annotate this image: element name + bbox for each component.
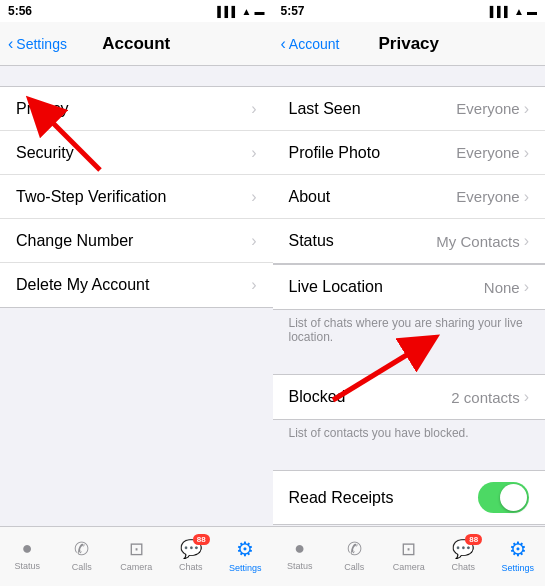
live-location-label: Live Location xyxy=(289,278,484,296)
change-number-row[interactable]: Change Number › xyxy=(0,219,273,263)
back-label-left: Settings xyxy=(16,36,67,52)
last-seen-value: Everyone xyxy=(456,100,519,117)
blocked-label: Blocked xyxy=(289,388,452,406)
security-label: Security xyxy=(16,144,251,162)
live-location-row[interactable]: Live Location None › xyxy=(273,265,546,309)
settings-tab-label-right: Settings xyxy=(501,563,534,573)
read-receipts-row[interactable]: Read Receipts xyxy=(273,471,546,524)
last-seen-chevron: › xyxy=(524,100,529,118)
blocked-value: 2 contacts xyxy=(451,389,519,406)
chats-tab-icon-left: 💬 88 xyxy=(180,538,202,560)
tab-bar-left: ● Status ✆ Calls ⊡ Camera 💬 88 Chats ⚙ S… xyxy=(0,526,273,586)
about-chevron: › xyxy=(524,188,529,206)
nav-title-left: Account xyxy=(102,34,170,54)
status-icons-left: ▌▌▌ ▲ ▬ xyxy=(217,6,264,17)
security-row[interactable]: Security › xyxy=(0,131,273,175)
camera-tab-icon-left: ⊡ xyxy=(129,538,144,560)
last-seen-label: Last Seen xyxy=(289,100,457,118)
settings-tab-label-left: Settings xyxy=(229,563,262,573)
read-receipts-label: Read Receipts xyxy=(289,489,479,507)
camera-tab-label-right: Camera xyxy=(393,562,425,572)
live-location-section: Live Location None › List of chats where… xyxy=(273,264,546,354)
blocked-chevron: › xyxy=(524,388,529,406)
back-label-right: Account xyxy=(289,36,340,52)
settings-tab-icon-left: ⚙ xyxy=(236,537,254,561)
two-step-row[interactable]: Two-Step Verification › xyxy=(0,175,273,219)
calls-tab-icon-left: ✆ xyxy=(74,538,89,560)
about-value: Everyone xyxy=(456,188,519,205)
privacy-row[interactable]: Privacy › xyxy=(0,87,273,131)
nav-bar-left: ‹ Settings Account xyxy=(0,22,273,66)
security-chevron: › xyxy=(251,144,256,162)
live-location-note: List of chats where you are sharing your… xyxy=(273,310,546,354)
tab-settings-left[interactable]: ⚙ Settings xyxy=(218,537,273,573)
nav-title-right: Privacy xyxy=(379,34,440,54)
account-settings-group: Privacy › Security › Two-Step Verificati… xyxy=(0,86,273,308)
chats-tab-label-right: Chats xyxy=(451,562,475,572)
two-step-label: Two-Step Verification xyxy=(16,188,251,206)
status-value: My Contacts xyxy=(436,233,519,250)
signal-icon: ▌▌▌ xyxy=(217,6,238,17)
back-chevron-left: ‹ xyxy=(8,35,13,53)
status-chevron: › xyxy=(524,232,529,250)
tab-chats-left[interactable]: 💬 88 Chats xyxy=(164,538,219,572)
profile-photo-label: Profile Photo xyxy=(289,144,457,162)
blocked-row[interactable]: Blocked 2 contacts › xyxy=(273,375,546,419)
tab-calls-right[interactable]: ✆ Calls xyxy=(327,538,382,572)
last-seen-row[interactable]: Last Seen Everyone › xyxy=(273,87,546,131)
time-right: 5:57 xyxy=(281,4,305,18)
status-tab-icon-left: ● xyxy=(22,538,33,559)
delete-account-chevron: › xyxy=(251,276,256,294)
change-number-chevron: › xyxy=(251,232,256,250)
profile-photo-row[interactable]: Profile Photo Everyone › xyxy=(273,131,546,175)
blocked-note: List of contacts you have blocked. xyxy=(273,420,546,450)
live-location-value: None xyxy=(484,279,520,296)
about-row[interactable]: About Everyone › xyxy=(273,175,546,219)
back-button-left[interactable]: ‹ Settings xyxy=(8,35,67,53)
blocked-section: Blocked 2 contacts › List of contacts yo… xyxy=(273,374,546,450)
privacy-group-3: Blocked 2 contacts › xyxy=(273,374,546,420)
delete-account-row[interactable]: Delete My Account › xyxy=(0,263,273,307)
read-receipts-section: Read Receipts If you turn off read recei… xyxy=(273,470,546,526)
left-panel: 5:56 ▌▌▌ ▲ ▬ ‹ Settings Account Privacy … xyxy=(0,0,273,586)
settings-list-right: Last Seen Everyone › Profile Photo Every… xyxy=(273,66,546,526)
camera-tab-icon-right: ⊡ xyxy=(401,538,416,560)
tab-chats-right[interactable]: 💬 88 Chats xyxy=(436,538,491,572)
right-panel: 5:57 ▌▌▌ ▲ ▬ ‹ Account Privacy Last Seen… xyxy=(273,0,546,586)
privacy-group-4: Read Receipts xyxy=(273,470,546,525)
tab-status-right[interactable]: ● Status xyxy=(273,538,328,571)
back-chevron-right: ‹ xyxy=(281,35,286,53)
read-receipts-toggle[interactable] xyxy=(478,482,529,513)
about-label: About xyxy=(289,188,457,206)
battery-icon: ▬ xyxy=(255,6,265,17)
status-row[interactable]: Status My Contacts › xyxy=(273,219,546,263)
nav-bar-right: ‹ Account Privacy xyxy=(273,22,546,66)
calls-tab-icon-right: ✆ xyxy=(347,538,362,560)
privacy-group-2: Live Location None › xyxy=(273,264,546,310)
status-tab-icon-right: ● xyxy=(294,538,305,559)
chats-tab-label-left: Chats xyxy=(179,562,203,572)
tab-camera-right[interactable]: ⊡ Camera xyxy=(382,538,437,572)
tab-camera-left[interactable]: ⊡ Camera xyxy=(109,538,164,572)
wifi-icon-right: ▲ xyxy=(514,6,524,17)
status-icons-right: ▌▌▌ ▲ ▬ xyxy=(490,6,537,17)
tab-status-left[interactable]: ● Status xyxy=(0,538,55,571)
delete-account-label: Delete My Account xyxy=(16,276,251,294)
chats-badge-right: 88 xyxy=(465,534,482,545)
calls-tab-label-right: Calls xyxy=(344,562,364,572)
tab-settings-right[interactable]: ⚙ Settings xyxy=(491,537,546,573)
tab-calls-left[interactable]: ✆ Calls xyxy=(55,538,110,572)
status-bar-right: 5:57 ▌▌▌ ▲ ▬ xyxy=(273,0,546,22)
settings-list-left: Privacy › Security › Two-Step Verificati… xyxy=(0,66,273,526)
back-button-right[interactable]: ‹ Account xyxy=(281,35,340,53)
profile-photo-chevron: › xyxy=(524,144,529,162)
privacy-chevron: › xyxy=(251,100,256,118)
signal-icon-right: ▌▌▌ xyxy=(490,6,511,17)
change-number-label: Change Number xyxy=(16,232,251,250)
status-label: Status xyxy=(289,232,437,250)
time-left: 5:56 xyxy=(8,4,32,18)
chats-tab-icon-right: 💬 88 xyxy=(452,538,474,560)
camera-tab-label-left: Camera xyxy=(120,562,152,572)
two-step-chevron: › xyxy=(251,188,256,206)
privacy-label: Privacy xyxy=(16,100,251,118)
